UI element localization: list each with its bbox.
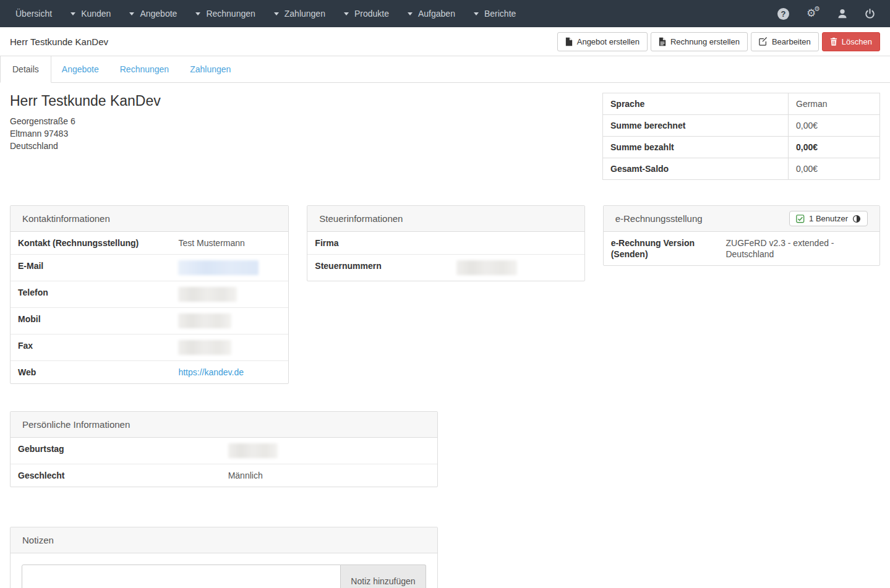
panel-title: e-Rechnungsstellung — [615, 213, 703, 224]
page-title: Herr Testkunde KanDev — [10, 36, 108, 47]
list-item: Web https://kandev.de — [11, 361, 288, 383]
table-row: Summe berechnet 0,00€ — [603, 115, 880, 137]
detail-tabs: Details Angebote Rechnungen Zahlungen — [0, 56, 890, 83]
list-item: Telefon — [11, 281, 288, 308]
redacted-value — [178, 260, 259, 275]
panel-title: Notizen — [11, 527, 437, 553]
edit-button[interactable]: Bearbeiten — [751, 32, 819, 51]
tab-details[interactable]: Details — [0, 56, 51, 83]
nav-item-kunden[interactable]: Kunden — [61, 0, 120, 27]
contact-info-panel: Kontaktinformationen Kontakt (Rechnungss… — [10, 205, 289, 384]
panel-title: Persönliche Informationen — [11, 412, 437, 438]
nav-item-rechnungen[interactable]: Rechnungen — [186, 0, 264, 27]
summary-value: German — [789, 93, 880, 115]
list-item: e-Rechnung Version (Senden) ZUGFeRD v2.3… — [604, 232, 879, 265]
help-icon[interactable]: ? — [769, 0, 798, 27]
page-header: Herr Testkunde KanDev Angebot erstellen … — [0, 27, 890, 56]
tab-angebote[interactable]: Angebote — [51, 56, 109, 82]
nav-item-label: Produkte — [354, 9, 389, 19]
notes-panel: Notizen Notiz hinzufügen — [10, 527, 438, 588]
create-invoice-button[interactable]: Rechnung erstellen — [651, 32, 748, 51]
einvoice-panel: e-Rechnungsstellung 1 Benutzer e-Rechnun… — [603, 205, 880, 266]
customer-name: Herr Testkunde KanDev — [10, 93, 161, 109]
create-quote-button[interactable]: Angebot erstellen — [557, 32, 648, 51]
nav-item-zahlungen[interactable]: Zahlungen — [265, 0, 335, 27]
redacted-value — [178, 313, 231, 328]
delete-button[interactable]: Löschen — [822, 32, 880, 51]
einvoice-users-button[interactable]: 1 Benutzer — [789, 211, 868, 226]
summary-value: 0,00€ — [789, 158, 880, 180]
note-input[interactable] — [22, 565, 341, 588]
list-item: Kontakt (Rechnungsstellung) Test Musterm… — [11, 232, 288, 255]
edit-icon — [759, 37, 768, 46]
nav-item-label: Aufgaben — [418, 9, 455, 19]
caret-down-icon — [195, 12, 200, 15]
nav-item-berichte[interactable]: Berichte — [464, 0, 525, 27]
customer-country: Deutschland — [10, 140, 161, 152]
redacted-value — [228, 443, 278, 458]
nav-item-produkte[interactable]: Produkte — [335, 0, 398, 27]
customer-address-block: Herr Testkunde KanDev Georgenstraße 6 El… — [10, 93, 161, 152]
redacted-value — [178, 340, 231, 355]
summary-label: Summe bezahlt — [603, 137, 789, 158]
top-navbar: Übersicht Kunden Angebote Rechnungen Zah… — [0, 0, 890, 27]
caret-down-icon — [408, 12, 413, 15]
redacted-value — [456, 260, 517, 275]
list-item: Steuernummern — [307, 255, 584, 281]
customer-city: Eltmann 97483 — [10, 127, 161, 140]
website-link[interactable]: https://kandev.de — [178, 367, 244, 377]
customer-street: Georgenstraße 6 — [10, 115, 161, 127]
file-icon — [565, 37, 573, 46]
nav-item-label: Rechnungen — [206, 9, 255, 19]
table-row: Summe bezahlt 0,00€ — [603, 137, 880, 158]
redacted-value — [178, 287, 237, 302]
main-menu: Übersicht Kunden Angebote Rechnungen Zah… — [6, 0, 525, 27]
caret-down-icon — [344, 12, 349, 15]
table-row: Sprache German — [603, 93, 880, 115]
nav-item-angebote[interactable]: Angebote — [120, 0, 186, 27]
customer-summary-row: Herr Testkunde KanDev Georgenstraße 6 El… — [10, 93, 880, 180]
adjust-icon — [852, 215, 861, 223]
trash-icon — [830, 37, 837, 46]
personal-info-panel: Persönliche Informationen Geburtstag Ges… — [10, 411, 438, 487]
list-item: Firma — [307, 232, 584, 255]
summary-value: 0,00€ — [789, 137, 880, 158]
header-action-buttons: Angebot erstellen Rechnung erstellen Bea… — [557, 32, 880, 51]
tab-zahlungen[interactable]: Zahlungen — [179, 56, 241, 82]
nav-item-label: Angebote — [140, 9, 177, 19]
nav-item-aufgaben[interactable]: Aufgaben — [398, 0, 464, 27]
caret-down-icon — [71, 12, 75, 15]
list-item: Geburtstag — [11, 438, 437, 464]
nav-item-label: Zahlungen — [285, 9, 325, 19]
summary-label: Sprache — [603, 93, 789, 115]
summary-label: Gesamt-Saldo — [603, 158, 789, 180]
tab-rechnungen[interactable]: Rechnungen — [109, 56, 179, 82]
list-item: Fax — [11, 334, 288, 361]
table-row: Gesamt-Saldo 0,00€ — [603, 158, 880, 180]
nav-item-label: Kunden — [81, 9, 111, 19]
details-content: Herr Testkunde KanDev Georgenstraße 6 El… — [0, 83, 890, 588]
add-note-button[interactable]: Notiz hinzufügen — [341, 565, 426, 588]
summary-value: 0,00€ — [789, 115, 880, 137]
list-item: Mobil — [11, 308, 288, 334]
info-panels-row: Kontaktinformationen Kontakt (Rechnungss… — [10, 205, 880, 384]
nav-item-uebersicht[interactable]: Übersicht — [6, 0, 61, 27]
panel-title: Steuerinformationen — [307, 206, 584, 232]
list-item: Geschlecht Männlich — [11, 464, 437, 487]
caret-down-icon — [274, 12, 279, 15]
nav-item-label: Übersicht — [15, 9, 52, 19]
nav-item-label: Berichte — [484, 9, 516, 19]
caret-down-icon — [474, 12, 479, 15]
account-summary-table: Sprache German Summe berechnet 0,00€ Sum… — [602, 93, 880, 180]
navbar-icon-group: ? ⚙ ⚙ — [769, 0, 884, 27]
list-item: E-Mail — [11, 255, 288, 281]
summary-label: Summe berechnet — [603, 115, 789, 137]
tax-info-panel: Steuerinformationen Firma Steuernummern — [307, 205, 584, 281]
panel-title: Kontaktinformationen — [11, 206, 288, 232]
check-square-icon — [796, 215, 805, 223]
logout-icon[interactable] — [856, 0, 884, 27]
caret-down-icon — [129, 12, 134, 15]
file-text-icon — [659, 37, 666, 46]
settings-icon[interactable]: ⚙ ⚙ — [798, 0, 829, 27]
user-icon[interactable] — [829, 0, 856, 27]
